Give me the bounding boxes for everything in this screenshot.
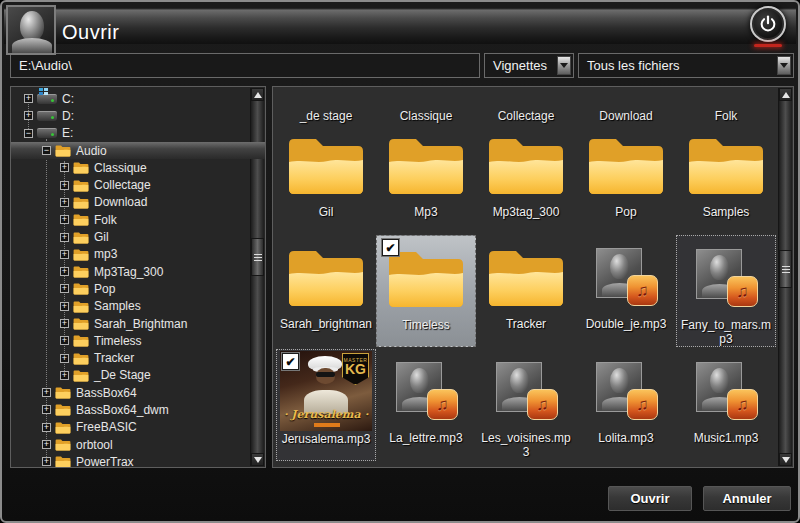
thumbnail-icon-area	[276, 235, 376, 317]
tree-item-folk[interactable]: + Folk	[11, 211, 249, 228]
file-filter-dropdown[interactable]: Tous les fichiers	[578, 53, 794, 78]
expand-toggle-icon[interactable]: +	[42, 388, 51, 397]
expand-toggle-icon[interactable]: +	[24, 111, 33, 120]
file-cell-fany-to-mars-mp3[interactable]: ♫ Fany_to_mars.mp3	[676, 235, 776, 347]
thumbnail-icon-area: ♫	[576, 349, 676, 431]
folder-icon	[55, 421, 71, 434]
scroll-down-button[interactable]	[251, 453, 264, 466]
tree-item-gil[interactable]: + Gil	[11, 228, 249, 245]
expand-toggle-icon[interactable]: +	[42, 457, 51, 466]
expand-toggle-icon[interactable]: +	[60, 250, 69, 259]
tree-item-mp3[interactable]: + mp3	[11, 246, 249, 263]
folder-icon	[686, 132, 766, 196]
expand-toggle-icon[interactable]: +	[60, 336, 69, 345]
folder-cell-samples[interactable]: Samples	[676, 123, 776, 235]
thumbnail-grid-panel: _de stageClassiqueCollectageDownloadFolk…	[272, 86, 794, 468]
power-close-button[interactable]	[750, 6, 786, 42]
tree-item-bassbox64-dwm[interactable]: + BassBox64_dwm	[11, 401, 249, 418]
chevron-down-icon[interactable]	[557, 56, 571, 75]
tree-item-audio[interactable]: − Audio	[11, 142, 265, 159]
file-cell-les-voisines-mp3[interactable]: ♫ Les_voisines.mp3	[476, 349, 576, 461]
tree-item-de-stage[interactable]: + _De Stage	[11, 367, 249, 384]
folder-icon	[73, 369, 89, 382]
open-dialog-window: Ouvrir Vignettes Tous les fichiers +C:+D…	[0, 0, 800, 523]
chevron-down-icon[interactable]	[777, 56, 791, 75]
scroll-thumb[interactable]	[779, 250, 792, 288]
tree-item-e[interactable]: −E:	[11, 125, 249, 142]
power-icon	[758, 14, 778, 34]
expand-toggle-icon[interactable]: +	[60, 215, 69, 224]
folder-icon	[73, 213, 89, 226]
cancel-button[interactable]: Annuler	[703, 486, 791, 511]
clipped-item-label: Classique	[376, 109, 476, 123]
thumbnail-icon-area	[376, 123, 476, 205]
tree-item-samples[interactable]: + Samples	[11, 298, 249, 315]
tree-item-d[interactable]: +D:	[11, 107, 249, 124]
expand-toggle-icon[interactable]: +	[60, 233, 69, 242]
tree-item-classique[interactable]: + Classique	[11, 159, 249, 176]
folder-icon	[486, 244, 566, 308]
folder-tree: +C:+D:−E:− Audio+ Classique+ Collectage+…	[11, 90, 249, 468]
thumbnail-label: Double_je.mp3	[576, 317, 676, 331]
checkbox-checked[interactable]: ✔	[382, 239, 399, 256]
tree-item-orbtool[interactable]: + orbtool	[11, 436, 249, 453]
expand-toggle-icon[interactable]: +	[60, 181, 69, 190]
scroll-up-button[interactable]	[779, 88, 792, 101]
expand-toggle-icon[interactable]: +	[60, 371, 69, 380]
view-mode-dropdown[interactable]: Vignettes	[484, 53, 574, 78]
file-cell-la-lettre-mp3[interactable]: ♫ La_lettre.mp3	[376, 349, 476, 461]
tree-item-freebasic[interactable]: + FreeBASIC	[11, 419, 249, 436]
file-cell-lolita-mp3[interactable]: ♫ Lolita.mp3	[576, 349, 676, 461]
expand-toggle-icon[interactable]: +	[60, 198, 69, 207]
tree-item-mp3tag-300[interactable]: + Mp3Tag_300	[11, 263, 249, 280]
folder-cell-timeless[interactable]: ✔Timeless	[376, 235, 476, 347]
open-button[interactable]: Ouvrir	[608, 486, 692, 511]
folder-cell-sarah-brightman[interactable]: Sarah_brightman	[276, 235, 376, 347]
folder-cell-tracker[interactable]: Tracker	[476, 235, 576, 347]
music-note-icon: ♫	[527, 389, 558, 420]
expand-toggle-icon[interactable]: +	[42, 423, 51, 432]
collapse-toggle-icon[interactable]: −	[24, 129, 33, 138]
thumbnail-icon-area	[476, 123, 576, 205]
checkbox-checked[interactable]: ✔	[282, 353, 299, 370]
scroll-thumb[interactable]	[251, 238, 264, 276]
tree-item-pop[interactable]: + Pop	[11, 280, 249, 297]
grid-scrollbar[interactable]	[778, 88, 792, 466]
file-cell-jerusalema-mp3[interactable]: MASTER KG · Jerusalema · ✔Jerusalema.mp3	[276, 349, 376, 461]
tree-item-timeless[interactable]: + Timeless	[11, 332, 249, 349]
expand-toggle-icon[interactable]: +	[60, 284, 69, 293]
expand-toggle-icon[interactable]: +	[60, 267, 69, 276]
folder-icon	[386, 132, 466, 196]
tree-item-powertrax[interactable]: + PowerTrax	[11, 453, 249, 468]
tree-item-tracker[interactable]: + Tracker	[11, 349, 249, 366]
folder-cell-pop[interactable]: Pop	[576, 123, 676, 235]
tree-item-bassbox64[interactable]: + BassBox64	[11, 384, 249, 401]
tree-item-sarah-brightman[interactable]: + Sarah_Brightman	[11, 315, 249, 332]
folder-cell-mp3tag-300[interactable]: Mp3tag_300	[476, 123, 576, 235]
file-cell-double-je-mp3[interactable]: ♫ Double_je.mp3	[576, 235, 676, 347]
folder-cell-gil[interactable]: Gil	[276, 123, 376, 235]
path-input[interactable]	[10, 53, 480, 78]
collapse-toggle-icon[interactable]: −	[42, 146, 51, 155]
dialog-title: Ouvrir	[62, 21, 119, 44]
tree-item-collectage[interactable]: + Collectage	[11, 176, 249, 193]
expand-toggle-icon[interactable]: +	[42, 405, 51, 414]
folder-icon	[73, 317, 89, 330]
folder-cell-mp3[interactable]: Mp3	[376, 123, 476, 235]
folder-icon	[73, 231, 89, 244]
tree-item-download[interactable]: + Download	[11, 194, 249, 211]
scroll-up-button[interactable]	[251, 88, 264, 101]
file-cell-music1-mp3[interactable]: ♫ Music1.mp3	[676, 349, 776, 461]
folder-icon	[73, 161, 89, 174]
expand-toggle-icon[interactable]: +	[60, 302, 69, 311]
expand-toggle-icon[interactable]: +	[60, 163, 69, 172]
expand-toggle-icon[interactable]: +	[60, 354, 69, 363]
expand-toggle-icon[interactable]: +	[24, 94, 33, 103]
tree-item-c[interactable]: +C:	[11, 90, 249, 107]
power-red-indicator	[754, 44, 782, 47]
drive-icon	[37, 111, 57, 121]
folder-icon	[55, 403, 71, 416]
expand-toggle-icon[interactable]: +	[60, 319, 69, 328]
expand-toggle-icon[interactable]: +	[42, 440, 51, 449]
scroll-down-button[interactable]	[779, 453, 792, 466]
